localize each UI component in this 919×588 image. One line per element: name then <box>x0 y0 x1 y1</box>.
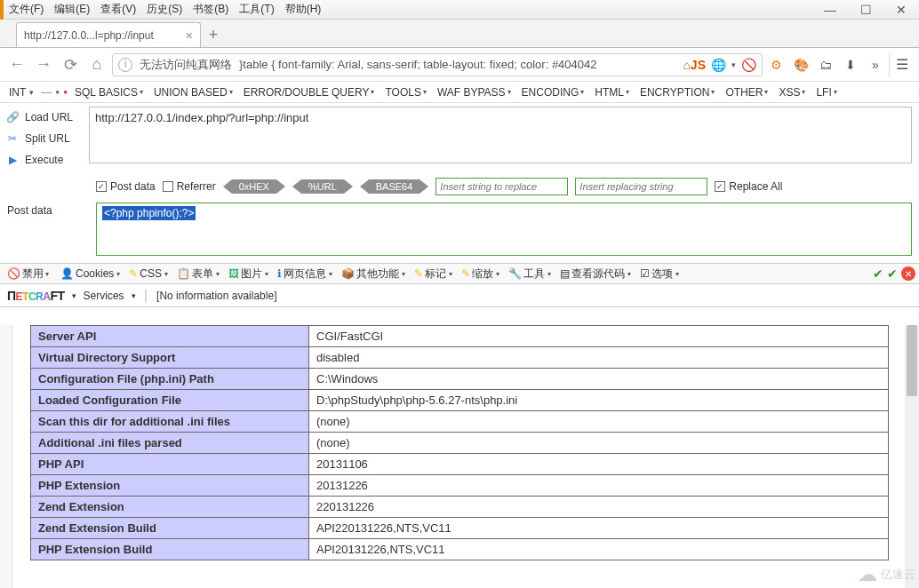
wd-options[interactable]: ☑选项 <box>636 266 683 282</box>
wd-resize[interactable]: ✎缩放 <box>458 266 503 282</box>
info-icon: ℹ <box>277 267 282 280</box>
replace-with-input[interactable] <box>575 178 707 195</box>
hackbar-menu-lfi[interactable]: LFI <box>812 86 840 99</box>
wd-check1-icon[interactable]: ✔ <box>873 266 883 281</box>
phpinfo-value: disabled <box>309 347 889 369</box>
form-icon: 📋 <box>177 267 190 280</box>
wd-cookies[interactable]: 👤Cookies <box>57 267 124 280</box>
wd-css[interactable]: ✎CSS <box>125 267 172 280</box>
encode-url-button[interactable]: %URL <box>292 179 353 194</box>
wd-misc[interactable]: 📦其他功能 <box>338 266 409 282</box>
address-bar[interactable]: i 无法访问纯真网络 }table { font-family: Arial, … <box>112 53 763 76</box>
hackbar-menu-encoding[interactable]: ENCODING <box>518 86 588 99</box>
home-js-icon[interactable]: ⌂JS <box>683 58 706 72</box>
encode-base64-button[interactable]: BASE64 <box>360 179 429 194</box>
menu-tools[interactable]: 工具(T) <box>234 0 279 19</box>
menu-file[interactable]: 文件(F) <box>4 0 49 19</box>
app-menu-button[interactable]: ☰ <box>889 52 914 77</box>
page-info-icon[interactable]: i <box>118 58 132 72</box>
hackbar-load-url[interactable]: 🔗Load URL <box>5 107 84 128</box>
wd-close-icon[interactable]: ✕ <box>901 266 915 281</box>
table-row: Additional .ini files parsed(none) <box>31 433 889 454</box>
scrollbar-thumb[interactable] <box>907 325 917 396</box>
table-row: Scan this dir for additional .ini files(… <box>31 411 889 433</box>
noscript-icon[interactable]: 🚫 <box>741 58 756 72</box>
replace-all-checkbox[interactable]: ✓Replace All <box>715 180 782 193</box>
hackbar-url-input[interactable]: http://127.0.0.1/index.php/?url=php://in… <box>89 107 912 163</box>
wd-source[interactable]: ▤查看源代码 <box>556 266 635 282</box>
window-maximize-button[interactable]: ☐ <box>848 0 883 20</box>
vertical-scrollbar[interactable] <box>905 325 919 588</box>
window-close-button[interactable]: ✕ <box>883 0 919 20</box>
toolbar-overflow-icon[interactable]: » <box>866 55 885 75</box>
postdata-checkbox[interactable]: ✓Post data <box>96 180 156 193</box>
replace-find-input[interactable] <box>436 178 568 195</box>
hackbar-menu-tools[interactable]: TOOLS <box>381 86 429 99</box>
forbid-icon: 🚫 <box>7 267 20 280</box>
hackbar-record-off-icon[interactable]: ● <box>63 88 68 96</box>
globe-icon[interactable]: 🌐 <box>711 58 726 72</box>
url-text: }table { font-family: Arial, sans-serif;… <box>239 58 597 71</box>
menu-edit[interactable]: 编辑(E) <box>49 0 95 19</box>
source-icon: ▤ <box>560 267 570 280</box>
menu-history[interactable]: 历史(S) <box>141 0 188 19</box>
hackbar-menu-waf[interactable]: WAF BYPASS <box>434 86 515 99</box>
phpinfo-key: Virtual Directory Support <box>31 347 309 369</box>
menu-view[interactable]: 查看(V) <box>95 0 141 19</box>
wd-tools[interactable]: 🔧工具 <box>505 266 555 282</box>
hackbar-menu-sqlbasics[interactable]: SQL BASICS <box>71 86 147 99</box>
new-tab-button[interactable]: + <box>201 22 226 47</box>
menu-help[interactable]: 帮助(H) <box>280 0 327 19</box>
hackbar-menu-error[interactable]: ERROR/DOUBLE QUERY <box>240 86 379 99</box>
referrer-label: Referrer <box>177 180 216 193</box>
hackbar-db-selector[interactable]: INT <box>5 86 37 99</box>
forward-button[interactable]: → <box>32 53 55 76</box>
wd-forms[interactable]: 📋表单 <box>173 266 223 282</box>
wd-check2-icon[interactable]: ✔ <box>887 266 898 281</box>
netcraft-dropdown-icon[interactable]: ▾ <box>72 291 76 300</box>
hackbar-menu-other[interactable]: OTHER <box>722 86 771 99</box>
toolbar-download-icon[interactable]: ⬇ <box>841 55 860 75</box>
link-icon: 🔗 <box>5 111 20 123</box>
back-button[interactable]: ← <box>5 53 28 76</box>
phpinfo-key: Additional .ini files parsed <box>31 433 309 454</box>
table-row: Zend Extension220131226 <box>31 497 889 518</box>
encode-0xhex-button[interactable]: 0xHEX <box>223 179 285 194</box>
url-prefix-text: 无法访问纯真网络 <box>140 57 232 73</box>
hackbar-menu-union[interactable]: UNION BASED <box>150 86 236 99</box>
hackbar-exec-label: Execute <box>25 154 63 166</box>
resize-icon: ✎ <box>461 267 470 280</box>
reload-button[interactable]: ⟳ <box>59 53 82 76</box>
hackbar-menu-encryption[interactable]: ENCRYPTION <box>636 86 718 99</box>
phpinfo-key: PHP Extension <box>31 475 309 497</box>
wd-disable[interactable]: 🚫禁用▾ <box>4 266 55 282</box>
postdata-input[interactable]: <?php phpinfo();?> <box>102 206 196 220</box>
wd-outline[interactable]: ✎标记 <box>411 266 456 282</box>
toolbar-paint-icon[interactable]: 🎨 <box>791 55 811 75</box>
tab-close-icon[interactable]: × <box>186 28 193 43</box>
browser-menubar: 文件(F) 编辑(E) 查看(V) 历史(S) 书签(B) 工具(T) 帮助(H… <box>0 0 919 20</box>
home-button[interactable]: ⌂ <box>85 53 108 76</box>
referrer-checkbox[interactable]: Referrer <box>163 180 216 193</box>
hackbar-menubar: INT — ● ● SQL BASICS UNION BASED ERROR/D… <box>0 82 919 103</box>
toolbar-gear-icon[interactable]: ⚙ <box>766 55 786 75</box>
phpinfo-value: CGI/FastCGI <box>309 326 889 347</box>
hackbar-split-url[interactable]: ✂Split URL <box>5 128 84 149</box>
hackbar-record-on-icon[interactable]: ● <box>55 88 60 96</box>
wd-images[interactable]: 🖼图片 <box>225 266 272 282</box>
menu-bookmarks[interactable]: 书签(B) <box>188 0 234 19</box>
window-minimize-button[interactable]: — <box>812 0 848 20</box>
dropdown-arrow-icon[interactable]: ▾ <box>731 60 736 69</box>
toolbar-folder-icon[interactable]: 🗂 <box>816 55 835 75</box>
hackbar-menu-html[interactable]: HTML <box>591 86 633 99</box>
browser-tab[interactable]: http://127.0.0...l=php://input × <box>16 22 201 47</box>
hackbar-menu-xss[interactable]: XSS <box>775 86 809 99</box>
wd-info[interactable]: ℹ网页信息 <box>274 266 336 282</box>
netcraft-services[interactable]: Services <box>84 290 124 302</box>
hackbar-body: 🔗Load URL ✂Split URL ▶Execute http://127… <box>0 103 919 174</box>
netcraft-logo[interactable]: ПETCRAFT <box>7 289 65 303</box>
hackbar-execute[interactable]: ▶Execute <box>5 149 84 171</box>
hackbar-split-label: Split URL <box>25 132 70 145</box>
wrench-icon: 🔧 <box>508 267 522 280</box>
phpinfo-value: (none) <box>309 411 889 433</box>
